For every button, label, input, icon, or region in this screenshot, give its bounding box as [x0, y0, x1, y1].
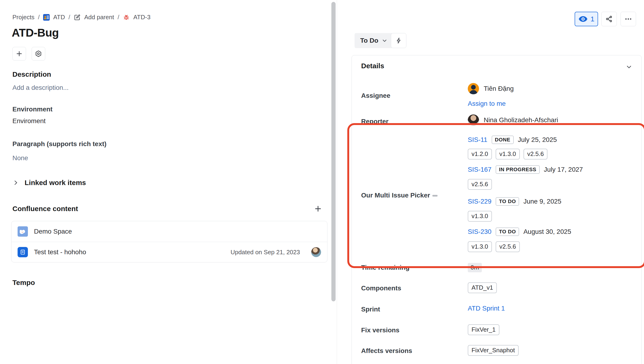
details-panel: Details Assignee Tiên Đặng Assign to me … — [352, 55, 642, 364]
confluence-page-item[interactable]: Test test - hohoho Updated on Sep 21, 20… — [12, 242, 327, 262]
apps-button[interactable] — [32, 47, 45, 61]
description-placeholder[interactable]: Add a description... — [12, 84, 69, 92]
confluence-space-item[interactable]: Demo Space — [12, 221, 327, 242]
breadcrumb-separator: / — [118, 14, 119, 21]
version-chip[interactable]: v2.5.6 — [524, 149, 548, 160]
version-chip[interactable]: v1.3.0 — [496, 149, 520, 160]
reporter-value[interactable]: Nina Gholizadeh-Afschari — [468, 115, 558, 126]
status-badge: TO DO — [496, 227, 519, 236]
status-badge: TO DO — [496, 197, 519, 206]
issue-link[interactable]: SIS-229 — [468, 198, 492, 205]
sprint-link[interactable]: ATD Sprint 1 — [468, 305, 505, 312]
issue-picker-label: Our Multi Issue Picker — [361, 191, 460, 200]
status-label: To Do — [360, 37, 378, 44]
watch-count: 1 — [590, 15, 594, 23]
label-truncation-dash — [432, 195, 438, 197]
breadcrumb-separator: / — [68, 14, 70, 21]
version-chip-row: v1.3.0 — [468, 211, 492, 222]
tempo-heading: Tempo — [12, 279, 35, 287]
paragraph-field-value[interactable]: None — [12, 154, 28, 162]
avatar — [468, 115, 479, 126]
version-chip-row: v2.5.6 — [468, 179, 492, 190]
ellipsis-icon — [624, 15, 632, 23]
reporter-label: Reporter — [361, 117, 460, 126]
edit-icon — [74, 14, 80, 21]
version-chip[interactable]: v2.5.6 — [496, 241, 520, 252]
time-remaining-value[interactable]: 0m — [468, 263, 482, 272]
more-actions-button[interactable] — [620, 12, 636, 26]
bug-icon — [123, 14, 130, 21]
picker-issue-row: SIS-229 TO DO June 9, 2025 — [468, 196, 561, 207]
add-confluence-content-button[interactable] — [314, 205, 322, 213]
breadcrumb-add-parent-link[interactable]: Add parent — [84, 14, 114, 21]
fix-versions-label: Fix versions — [361, 325, 460, 335]
linked-work-items-heading: Linked work items — [24, 179, 86, 187]
version-chip[interactable]: v1.3.0 — [468, 241, 492, 252]
linked-work-items-toggle[interactable]: Linked work items — [12, 179, 86, 187]
component-chip[interactable]: ATD_v1 — [468, 282, 497, 293]
cloud-space-icon — [18, 226, 28, 237]
avatar — [468, 83, 479, 94]
confluence-heading: Confluence content — [12, 205, 78, 213]
paragraph-field-label: Paragraph (supports rich text) — [12, 140, 106, 148]
version-chip[interactable]: v1.3.0 — [468, 211, 492, 222]
description-heading: Description — [12, 70, 51, 78]
affects-version-chip[interactable]: FixVer_Snaphot — [468, 345, 518, 356]
share-button[interactable] — [601, 12, 617, 26]
chevron-right-icon — [12, 179, 19, 186]
jira-issue-view: { "breadcrumb": { "projects": "Projects"… — [0, 0, 644, 364]
issue-link[interactable]: SIS-11 — [468, 136, 488, 144]
assignee-label: Assignee — [361, 91, 460, 100]
left-pane-scrollbar[interactable] — [331, 2, 336, 301]
fix-version-chip[interactable]: FixVer_1 — [468, 324, 500, 335]
status-dropdown[interactable]: To Do — [354, 33, 393, 48]
confluence-page-updated: Updated on Sep 21, 2023 — [230, 249, 300, 256]
time-remaining-label: Time remaining — [361, 263, 460, 272]
issue-link[interactable]: SIS-230 — [468, 228, 492, 235]
pane-divider — [337, 0, 337, 364]
issue-date: July 17, 2027 — [544, 166, 583, 173]
automation-button[interactable] — [391, 33, 406, 48]
confluence-card: Demo Space Test test - hohoho Updated on… — [11, 221, 328, 262]
status-badge: DONE — [492, 136, 514, 144]
plus-icon — [16, 50, 23, 58]
confluence-space-title: Demo Space — [34, 228, 72, 235]
picker-issue-row: SIS-167 IN PROGRESS July 17, 2027 — [468, 164, 583, 175]
hexagon-apps-icon — [35, 50, 42, 58]
watch-button[interactable]: 1 — [575, 12, 598, 26]
breadcrumb-project-link[interactable]: ATD — [53, 14, 65, 21]
version-chip[interactable]: v2.5.6 — [468, 179, 492, 190]
breadcrumb-separator: / — [38, 14, 40, 21]
confluence-header-row: Confluence content — [12, 205, 322, 213]
assignee-name: Tiên Đặng — [484, 85, 514, 92]
affects-versions-label: Affects versions — [361, 346, 460, 355]
breadcrumb-issue-link[interactable]: ATD-3 — [133, 14, 150, 21]
issue-date: July 25, 2025 — [518, 136, 557, 144]
picker-issue-row: SIS-11 DONE July 25, 2025 — [468, 135, 557, 145]
version-chip[interactable]: v1.2.0 — [468, 149, 492, 160]
sprint-label: Sprint — [361, 305, 460, 314]
components-label: Components — [361, 283, 460, 293]
issue-date: June 9, 2025 — [523, 198, 561, 205]
add-button[interactable] — [12, 47, 26, 61]
confluence-page-title: Test test - hohoho — [34, 248, 86, 256]
lightning-icon — [395, 37, 402, 44]
reporter-name: Nina Gholizadeh-Afschari — [484, 116, 558, 124]
details-heading: Details — [361, 62, 384, 70]
picker-issue-row: SIS-230 TO DO August 30, 2025 — [468, 227, 571, 237]
issue-date: August 30, 2025 — [523, 228, 571, 235]
environment-label: Environment — [12, 106, 52, 113]
assignee-value[interactable]: Tiên Đặng — [468, 83, 514, 94]
breadcrumb: Projects / ATD / Add parent / ATD-3 — [12, 14, 150, 21]
project-avatar-icon — [43, 14, 50, 21]
status-badge: IN PROGRESS — [496, 165, 540, 174]
chevron-down-icon[interactable] — [626, 63, 632, 71]
avatar — [311, 247, 321, 257]
issue-link[interactable]: SIS-167 — [468, 166, 492, 173]
chevron-down-icon — [382, 38, 388, 44]
assign-to-me-link[interactable]: Assign to me — [468, 100, 506, 107]
breadcrumb-projects-link[interactable]: Projects — [12, 14, 34, 21]
environment-value[interactable]: Enviroment — [12, 117, 46, 125]
eye-icon — [578, 16, 588, 23]
issue-summary-title[interactable]: ATD-Bug — [12, 26, 59, 39]
